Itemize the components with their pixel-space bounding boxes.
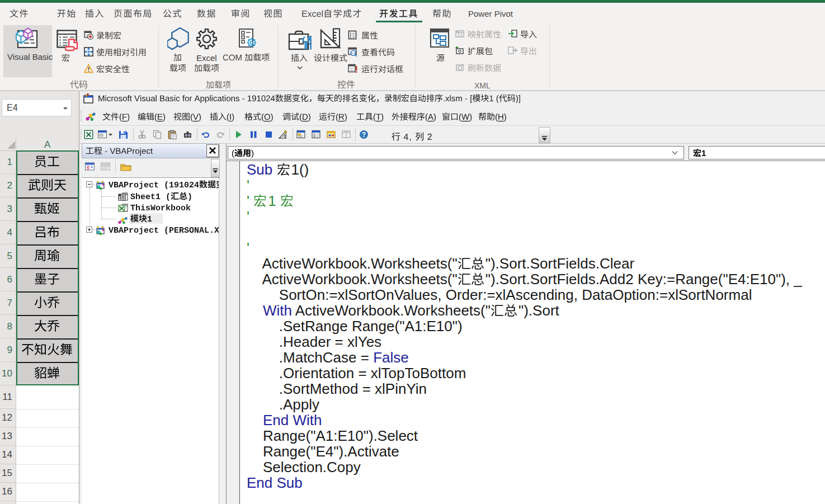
svg-text:?: ? [362, 131, 366, 139]
